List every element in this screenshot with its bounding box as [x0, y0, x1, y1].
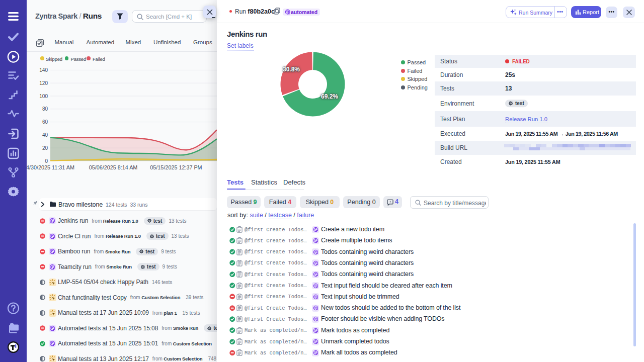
- svg-text:100: 100: [39, 94, 48, 99]
- svg-text:4/30/2025 11:31 AM: 4/30/2025 11:31 AM: [27, 164, 74, 170]
- svg-text:05/15/2025 12:37 PM: 05/15/2025 12:37 PM: [150, 164, 202, 170]
- svg-text:20: 20: [42, 145, 48, 151]
- svg-text:40: 40: [42, 132, 48, 138]
- svg-text:120: 120: [39, 80, 48, 86]
- svg-text:80: 80: [42, 106, 48, 112]
- svg-text:140: 140: [39, 67, 48, 73]
- svg-text:60: 60: [42, 119, 48, 125]
- svg-text:05/06/2025 8:14 AM: 05/06/2025 8:14 AM: [89, 164, 138, 170]
- svg-text:0: 0: [45, 158, 48, 164]
